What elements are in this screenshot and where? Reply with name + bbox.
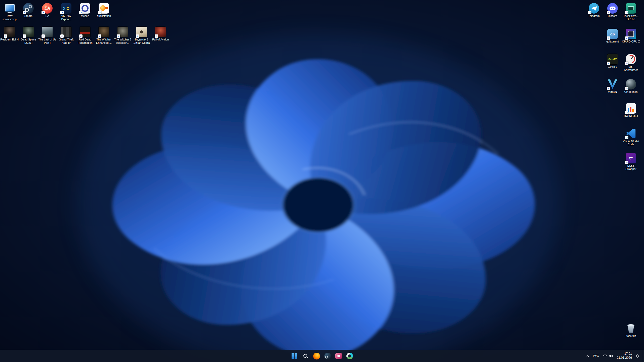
steam-icon — [324, 353, 331, 359]
duckstation-icon — [99, 3, 109, 14]
shortcut-arrow-icon — [607, 62, 610, 65]
desktop-icon-getstv[interactable]: GetsTV GetsTV — [603, 53, 622, 68]
desktop-icon-red-dead-redemption[interactable]: Red Dead Redemption — [75, 26, 95, 44]
icon-label: Cinebench — [621, 90, 640, 94]
desktop-icon-resident-evil-4[interactable]: Resident Evil 4 — [0, 26, 19, 41]
desktop-icon-vk-play[interactable]: X O VK Play Игров... — [57, 3, 76, 21]
vk-play-o-text: O — [66, 3, 70, 14]
desktop-icon-the-last-of-us[interactable]: The Last of Us Part I — [38, 26, 57, 44]
shortcut-arrow-icon — [625, 111, 628, 114]
search-icon — [303, 353, 308, 358]
desktop-icon-recycle-bin[interactable]: Корзина — [621, 323, 640, 338]
witcher-3-icon — [136, 27, 147, 37]
system-tray: РУС 17:01 21.01.2026 — [584, 350, 643, 362]
resident-evil-4-icon — [4, 27, 15, 37]
shortcut-arrow-icon — [117, 34, 120, 38]
this-pc-icon — [4, 3, 15, 14]
show-desktop-button[interactable] — [642, 350, 643, 362]
notifications-button[interactable] — [634, 351, 641, 361]
taskbar-pinned-app-wheel-button[interactable] — [345, 351, 355, 361]
desktop-icon-mesen[interactable]: Mesen — [75, 3, 95, 18]
shortcut-arrow-icon — [79, 34, 83, 38]
desktop-icon-witcher-2[interactable]: The Witcher 2 Assassin... — [113, 26, 132, 44]
gta-iv-icon — [61, 27, 71, 37]
tray-time: 17:01 — [624, 352, 632, 356]
tray-overflow-button[interactable] — [584, 351, 591, 361]
shortcut-arrow-icon — [607, 87, 610, 90]
clock[interactable]: 17:01 21.01.2026 — [615, 351, 634, 361]
ea-icon: EA — [42, 3, 53, 14]
icon-label: Telegram — [584, 14, 603, 18]
msi-afterburner-icon — [626, 54, 636, 64]
icon-label: The Witcher 2 Assassin... — [113, 38, 132, 44]
shortcut-arrow-icon — [607, 11, 610, 14]
desktop-icon-this-pc[interactable]: Этот компьютер — [0, 3, 19, 21]
pinned-app-wheel-icon — [346, 353, 353, 359]
desktop-icon-cpu-z[interactable]: CPUID CPU-Z — [621, 28, 640, 43]
desktop-icon-cinebench[interactable]: Cinebench — [621, 78, 640, 94]
shortcut-arrow-icon — [625, 87, 628, 90]
desktop-icon-fall-of-avalon[interactable]: Fall of Avalon — [151, 26, 170, 41]
pinned-app-pink-icon — [335, 353, 342, 359]
desktop-icon-witcher-3[interactable]: Ведьмак 3 Дикая Охота — [132, 26, 151, 44]
network-volume-button[interactable] — [601, 351, 615, 361]
icon-label: Fall of Avalon — [151, 38, 170, 41]
shortcut-arrow-icon — [155, 34, 158, 38]
desktop-icon-dlss-swapper[interactable]: DLSS Swapper — [621, 152, 640, 171]
desktop-icon-qbittorrent[interactable]: qb qbittorrent — [603, 28, 622, 43]
desktop-icon-v2rayn[interactable]: v2rayN — [603, 78, 622, 94]
mesen-icon — [80, 3, 90, 14]
wallpaper-bloom — [0, 0, 644, 362]
language-indicator[interactable]: РУС — [591, 351, 601, 361]
cinebench-icon — [626, 79, 636, 89]
shortcut-arrow-icon — [625, 161, 628, 164]
taskbar-firefox-button[interactable] — [311, 351, 321, 361]
firefox-icon — [313, 353, 320, 359]
dlss-swapper-icon — [626, 153, 636, 163]
shortcut-arrow-icon — [625, 11, 628, 14]
chevron-up-icon — [586, 355, 589, 357]
desktop-icon-vscode[interactable]: Visual Studio Code — [621, 128, 640, 146]
desktop-icon-dead-space[interactable]: Dead Space (2023) — [19, 26, 38, 44]
desktop-icon-steam[interactable]: Steam — [19, 3, 38, 18]
shortcut-arrow-icon — [136, 34, 139, 38]
icon-label: Discord — [603, 14, 622, 18]
desktop-icon-msi-afterburner[interactable]: MSI Afterburner — [621, 53, 640, 72]
shortcut-arrow-icon — [625, 62, 628, 65]
desktop-icon-discord[interactable]: Discord — [603, 3, 622, 18]
shortcut-arrow-icon — [625, 36, 628, 40]
desktop-icon-witcher-enhanced[interactable]: The Witcher Enhanced ... — [94, 26, 113, 44]
vk-play-icon: X O — [61, 3, 71, 14]
icon-label: TechPowe... GPU-Z — [621, 14, 640, 21]
desktop-icon-hwinfo64[interactable]: HWiNFO64 — [621, 103, 640, 118]
icon-label: Dead Space (2023) — [19, 38, 38, 44]
desktop-icon-duckstation[interactable]: duckstation — [94, 3, 113, 18]
gpu-z-icon — [626, 3, 636, 14]
the-last-of-us-icon — [42, 27, 53, 37]
icon-label: The Witcher Enhanced ... — [94, 38, 113, 44]
shortcut-arrow-icon — [42, 34, 45, 38]
tray-date: 21.01.2026 — [617, 356, 632, 360]
red-dead-redemption-icon — [80, 27, 90, 37]
desktop-icon-telegram[interactable]: Telegram — [584, 3, 603, 18]
recycle-bin-icon — [626, 323, 636, 334]
icon-label: HWiNFO64 — [621, 114, 640, 118]
desktop-icon-gta-iv[interactable]: Grand Theft Auto IV — [57, 26, 76, 44]
start-button[interactable] — [289, 351, 299, 361]
icon-label: CPUID CPU-Z — [621, 40, 640, 43]
shortcut-arrow-icon — [4, 34, 7, 38]
desktop-icon-gpu-z[interactable]: TechPowe... GPU-Z — [621, 3, 640, 21]
desktop-icon-ea[interactable]: EA EA — [38, 3, 57, 18]
dead-space-icon — [23, 27, 34, 37]
shortcut-arrow-icon — [79, 11, 83, 14]
icon-label: Grand Theft Auto IV — [57, 38, 76, 44]
search-button[interactable] — [300, 351, 310, 361]
vscode-icon — [626, 128, 636, 139]
cpu-z-icon — [626, 29, 636, 39]
telegram-icon — [589, 3, 599, 14]
icon-label: EA — [38, 14, 57, 18]
taskbar-pinned-app-pink-button[interactable] — [334, 351, 344, 361]
icon-label: GetsTV — [603, 65, 622, 68]
taskbar-steam-button[interactable] — [323, 351, 333, 361]
desktop: { "colors": { "taskbar": "#101828", "wal… — [0, 0, 644, 362]
